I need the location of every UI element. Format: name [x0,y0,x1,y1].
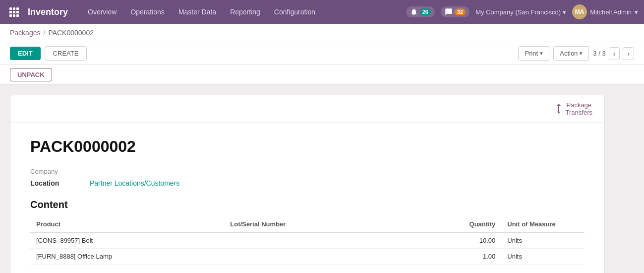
package-transfers-label: PackageTransfers [566,101,592,116]
breadcrumb-current: PACK0000002 [48,29,94,37]
cell-product: [FURN_8888] Office Lamp [30,249,224,265]
toolbar: EDIT CREATE Print Action 3 / 3 ‹ › [0,42,644,65]
pager: 3 / 3 ‹ › [593,47,634,60]
grid-menu-icon[interactable] [6,4,22,20]
card-header: PackageTransfers [10,95,604,123]
breadcrumb-parent-link[interactable]: Packages [10,29,40,37]
pack-id-title: PACK0000002 [30,137,585,156]
nav-menu: Overview Operations Master Data Reportin… [82,5,402,19]
svg-rect-6 [9,14,12,17]
user-name: Mitchell Admin [590,8,632,16]
action-bar: UNPACK [0,65,644,85]
create-button[interactable]: CREATE [45,46,87,61]
content-table: Product Lot/Serial Number Quantity Unit … [30,216,585,265]
message-badge[interactable]: 32 [441,6,469,17]
cell-lot [224,249,418,265]
svg-rect-4 [13,11,15,13]
company-field: Company [30,168,585,175]
location-label: Location [30,179,90,187]
svg-rect-7 [13,14,15,17]
table-row: [FURN_8888] Office Lamp 1.00 Units [30,249,585,265]
user-menu[interactable]: MA Mitchell Admin ▾ [572,4,638,19]
svg-rect-2 [16,7,19,10]
top-navigation: Inventory Overview Operations Master Dat… [0,0,644,24]
table-row: [CONS_89957] Bolt 10.00 Units [30,232,585,249]
svg-rect-5 [16,11,19,13]
svg-rect-1 [13,7,15,10]
activity-count: 26 [420,8,431,15]
user-avatar: MA [572,4,587,19]
content-section-title: Content [30,199,585,210]
breadcrumb-separator: / [43,29,45,37]
package-transfers-button[interactable]: PackageTransfers [551,99,596,118]
card-body: PACK0000002 Company Location Partner Loc… [10,123,604,273]
cell-uom: Units [501,249,585,265]
company-dropdown-icon: ▾ [563,8,566,16]
svg-rect-3 [9,11,12,13]
topnav-right: 26 32 My Company (San Francisco) ▾ MA Mi… [406,4,638,19]
cell-quantity: 1.00 [418,249,502,265]
nav-reporting[interactable]: Reporting [224,5,266,19]
cell-quantity: 10.00 [418,232,502,249]
message-count: 32 [455,8,466,15]
nav-configuration[interactable]: Configuration [268,5,321,19]
svg-rect-0 [9,7,12,10]
print-button[interactable]: Print [518,46,549,61]
cell-product: [CONS_89957] Bolt [30,232,224,249]
svg-rect-8 [16,14,19,17]
nav-overview[interactable]: Overview [82,5,122,19]
col-header-product: Product [30,216,224,232]
pager-next[interactable]: › [623,47,634,60]
action-button[interactable]: Action [553,46,589,61]
breadcrumb: Packages / PACK0000002 [0,24,644,42]
app-brand: Inventory [28,7,68,17]
company-label: Company [30,168,90,175]
nav-operations[interactable]: Operations [124,5,170,19]
col-header-lot: Lot/Serial Number [224,216,418,232]
cell-lot [224,232,418,249]
user-dropdown-icon: ▾ [635,8,638,16]
company-name: My Company (San Francisco) [475,8,561,16]
col-header-uom: Unit of Measure [501,216,585,232]
pager-text: 3 / 3 [593,50,605,57]
package-card: PackageTransfers PACK0000002 Company Loc… [10,95,605,273]
pager-prev[interactable]: ‹ [609,47,620,60]
activity-badge[interactable]: 26 [406,6,435,17]
location-value[interactable]: Partner Locations/Customers [90,179,179,187]
edit-button[interactable]: EDIT [10,47,41,60]
cell-uom: Units [501,232,585,249]
unpack-button[interactable]: UNPACK [10,68,52,81]
col-header-quantity: Quantity [418,216,502,232]
main-content: PackageTransfers PACK0000002 Company Loc… [0,85,644,273]
company-selector[interactable]: My Company (San Francisco) ▾ [475,8,566,16]
nav-master-data[interactable]: Master Data [173,5,222,19]
location-field: Location Partner Locations/Customers [30,179,585,187]
